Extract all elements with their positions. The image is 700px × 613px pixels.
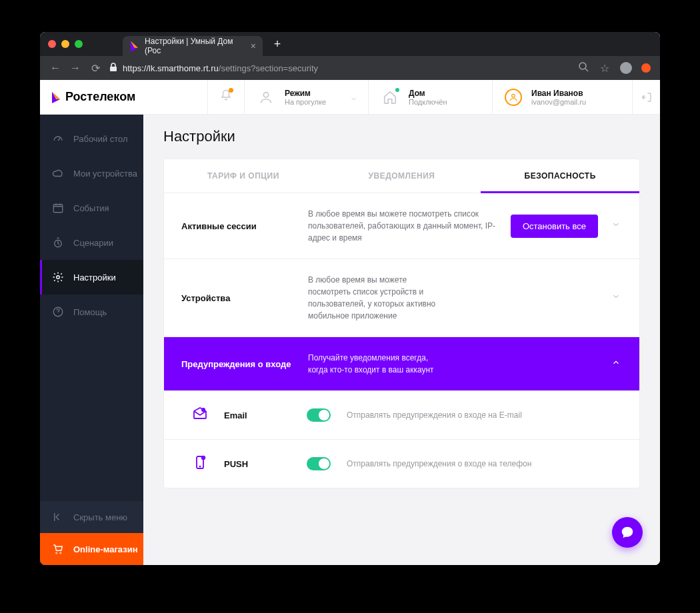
brand-logo[interactable]: Ростелеком xyxy=(40,80,207,114)
sidebar-item-dashboard[interactable]: Рабочий стол xyxy=(40,121,143,156)
section-devices: Устройства В любое время вы можете посмо… xyxy=(164,259,639,337)
sidebar-item-label: Помощь xyxy=(73,307,107,317)
bookmark-icon[interactable]: ☆ xyxy=(599,62,611,75)
row-email-alerts: @ Email Отправлять предупреждения о вход… xyxy=(164,391,639,440)
user-text: Иван Иванов ivanov@gmail.ru xyxy=(531,89,586,106)
stopwatch-icon xyxy=(52,237,64,249)
tab-tariff[interactable]: ТАРИФ И ОПЦИИ xyxy=(164,159,323,193)
svg-point-4 xyxy=(512,94,515,97)
address-bar[interactable]: https://lk.smarthome.rt.ru/settings?sect… xyxy=(109,63,569,74)
sidebar-shop-label: Online-магазин xyxy=(73,544,138,554)
sidebar-item-events[interactable]: События xyxy=(40,191,143,225)
zoom-icon[interactable] xyxy=(577,61,589,75)
svg-text:@: @ xyxy=(201,408,205,412)
section-title: Устройства xyxy=(181,293,295,303)
settings-card: ТАРИФ И ОПЦИИ УВЕДОМЛЕНИЯ БЕЗОПАСНОСТЬ А… xyxy=(163,159,640,488)
sidebar-item-label: Настройки xyxy=(73,273,116,283)
section-desc: В любое время вы можете посмотреть списо… xyxy=(308,274,441,322)
svg-line-2 xyxy=(585,69,588,71)
home-status[interactable]: Дом Подключён xyxy=(368,80,492,114)
sidebar-item-label: Мои устройства xyxy=(73,169,137,179)
url-text: https://lk.smarthome.rt.ru/settings?sect… xyxy=(123,63,318,73)
extension-icon[interactable] xyxy=(641,63,651,73)
section-title: Активные сессии xyxy=(181,221,295,231)
home-icon xyxy=(381,88,399,107)
stop-all-button[interactable]: Остановить все xyxy=(511,215,598,238)
user-menu[interactable]: Иван Иванов ivanov@gmail.ru xyxy=(492,80,632,114)
sidebar-item-devices[interactable]: Мои устройства xyxy=(40,156,143,191)
svg-point-1 xyxy=(579,63,586,69)
main-content: Настройки ТАРИФ И ОПЦИИ УВЕДОМЛЕНИЯ БЕЗО… xyxy=(143,115,660,565)
push-toggle[interactable] xyxy=(307,457,331,470)
email-icon: @ xyxy=(192,406,208,424)
logout-icon xyxy=(641,91,653,103)
mode-text: Режим На прогулке xyxy=(285,89,326,106)
logout-button[interactable] xyxy=(632,80,660,114)
new-tab-button[interactable]: + xyxy=(271,37,284,51)
profile-avatar[interactable] xyxy=(620,62,632,74)
user-avatar-icon xyxy=(505,89,522,106)
email-toggle[interactable] xyxy=(307,408,331,422)
notification-badge xyxy=(229,88,233,93)
svg-point-3 xyxy=(263,92,268,97)
logo-text: Ростелеком xyxy=(65,90,135,104)
tab-close-icon[interactable]: × xyxy=(251,41,256,51)
tab-title: Настройки | Умный Дом (Рос xyxy=(145,37,245,55)
reload-button[interactable]: ⟳ xyxy=(89,62,101,75)
toolbar-right: ☆ xyxy=(577,61,651,75)
app-root: Ростелеком Режим На прогулке ⌵ xyxy=(40,80,660,565)
chevron-down-icon[interactable] xyxy=(611,220,622,232)
browser-tab[interactable]: Настройки | Умный Дом (Рос × xyxy=(123,36,263,56)
svg-point-14 xyxy=(199,466,201,467)
notifications-button[interactable] xyxy=(207,80,244,114)
section-login-warnings[interactable]: Предупреждения о входе Получайте уведомл… xyxy=(164,337,639,391)
favicon-icon xyxy=(129,39,139,53)
section-active-sessions: Активные сессии В любое время вы можете … xyxy=(164,193,639,259)
logo-icon xyxy=(51,90,61,105)
sidebar-shop-button[interactable]: Online-магазин xyxy=(40,533,143,565)
svg-point-7 xyxy=(57,276,60,279)
svg-point-10 xyxy=(60,552,61,554)
settings-tabs: ТАРИФ И ОПЦИИ УВЕДОМЛЕНИЯ БЕЗОПАСНОСТЬ xyxy=(164,159,639,193)
tab-security[interactable]: БЕЗОПАСНОСТЬ xyxy=(481,159,639,193)
chevron-down-icon[interactable] xyxy=(611,292,622,304)
forward-button[interactable]: → xyxy=(69,62,81,74)
minimize-window-button[interactable] xyxy=(61,40,69,48)
svg-rect-0 xyxy=(110,67,117,71)
app-topbar: Ростелеком Режим На прогулке ⌵ xyxy=(40,80,660,115)
browser-tab-strip: Настройки | Умный Дом (Рос × + xyxy=(40,32,660,56)
bell-icon xyxy=(220,89,232,105)
chat-fab[interactable] xyxy=(612,517,643,548)
mode-icon xyxy=(257,88,275,107)
home-text: Дом Подключён xyxy=(409,89,447,106)
sidebar: Рабочий стол Мои устройства События Сцен… xyxy=(40,115,143,565)
tab-notifications[interactable]: УВЕДОМЛЕНИЯ xyxy=(323,159,481,193)
calendar-icon xyxy=(52,202,64,214)
gear-icon xyxy=(52,271,64,283)
page-title: Настройки xyxy=(163,128,640,145)
cloud-icon xyxy=(52,167,64,179)
sidebar-hide-label: Скрыть меню xyxy=(73,512,127,522)
lock-icon xyxy=(109,63,117,74)
svg-rect-5 xyxy=(53,205,63,213)
connected-badge xyxy=(394,87,401,93)
chevron-up-icon[interactable] xyxy=(611,358,622,370)
app-body: Рабочий стол Мои устройства События Сцен… xyxy=(40,115,660,565)
help-icon xyxy=(52,306,64,318)
back-button[interactable]: ← xyxy=(49,62,61,74)
sidebar-item-help[interactable]: Помощь xyxy=(40,295,143,329)
sidebar-item-settings[interactable]: Настройки xyxy=(40,260,143,295)
sidebar-item-scenarios[interactable]: Сценарии xyxy=(40,225,143,260)
row-push-alerts: ! PUSH Отправлять предупреждения о входе… xyxy=(164,440,639,488)
section-title: Предупреждения о входе xyxy=(181,359,295,369)
close-window-button[interactable] xyxy=(48,40,56,48)
row-desc: Отправлять предупреждения о входе на тел… xyxy=(347,459,531,468)
browser-toolbar: ← → ⟳ https://lk.smarthome.rt.ru/setting… xyxy=(40,56,660,80)
svg-point-9 xyxy=(56,552,57,554)
sidebar-item-label: События xyxy=(73,203,109,213)
sidebar-collapse-button[interactable]: Скрыть меню xyxy=(40,501,143,533)
maximize-window-button[interactable] xyxy=(75,40,83,48)
mode-selector[interactable]: Режим На прогулке ⌵ xyxy=(244,80,368,114)
row-label: Email xyxy=(224,410,291,420)
row-desc: Отправлять предупреждения о входе на E-m… xyxy=(347,410,522,420)
